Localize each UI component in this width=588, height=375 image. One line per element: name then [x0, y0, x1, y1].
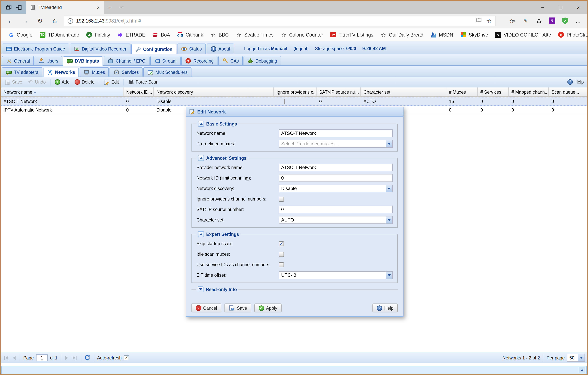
column-network-name[interactable]: Network name — [1, 87, 124, 96]
bookmark-citibank[interactable]: citiCitibank — [174, 30, 207, 40]
tab-cas[interactable]: CAs — [218, 56, 242, 65]
tab-dvr[interactable]: Digital Video Recorder — [70, 43, 130, 54]
expand-panel-button[interactable] — [579, 367, 585, 373]
tab-services[interactable]: Services — [110, 67, 143, 76]
close-button[interactable]: × — [569, 1, 587, 14]
network-name-input[interactable] — [279, 129, 393, 137]
bookmark-bbc[interactable]: ☆BBC — [207, 30, 232, 40]
network-id-input[interactable] — [279, 174, 393, 182]
column-scan-queue[interactable]: Scan queue... — [549, 87, 583, 96]
skip-startup-scan-checkbox[interactable]: ✓ — [279, 241, 284, 246]
save-button[interactable]: Save — [3, 78, 24, 86]
dropdown-trigger-icon[interactable] — [386, 185, 392, 192]
bookmark-calorie-counter[interactable]: ☆Calorie Counter — [277, 30, 327, 40]
tab-configuration[interactable]: Configuration — [131, 44, 176, 54]
dialog-save-button[interactable]: Save — [224, 303, 251, 312]
add-favorite-star-icon[interactable]: ☆ — [487, 18, 492, 24]
bookmark-etrade[interactable]: ✱ETRADE — [114, 30, 149, 40]
bookmark-photoclass[interactable]: PhotoClass — [555, 30, 588, 40]
tab-mux-schedulers[interactable]: Mux Schedulers — [144, 67, 191, 76]
dropdown-trigger-icon[interactable] — [386, 272, 392, 279]
column-muxes[interactable]: # Muxes — [446, 87, 478, 96]
logout-link[interactable]: (logout) — [294, 46, 309, 51]
home-icon[interactable]: ⌂ — [47, 15, 62, 27]
column-mapped-channels[interactable]: # Mapped chann... — [509, 87, 549, 96]
tab-list-menu-button[interactable] — [116, 1, 126, 14]
force-scan-button[interactable]: Force Scan — [126, 78, 160, 86]
collapse-toggle-icon[interactable] — [198, 231, 204, 237]
tab-muxes[interactable]: Muxes — [80, 67, 109, 76]
reading-view-icon[interactable] — [476, 17, 482, 24]
refresh-icon[interactable]: ↻ — [33, 15, 47, 27]
forward-icon[interactable]: → — [18, 15, 33, 27]
satip-source-input[interactable] — [279, 205, 393, 213]
tab-epg[interactable]: Electronic Program Guide — [2, 43, 69, 54]
dialog-titlebar[interactable]: Edit Network — [186, 107, 403, 117]
bookmark-titantv[interactable]: TVTitanTV Listings — [327, 30, 377, 40]
last-page-icon[interactable] — [72, 356, 78, 360]
collapse-toggle-icon[interactable] — [198, 155, 204, 161]
share-icon[interactable] — [532, 15, 545, 27]
tab-dvb-inputs[interactable]: DVB Inputs — [63, 56, 103, 66]
ignore-provider-checkbox[interactable] — [279, 196, 284, 202]
bookmark-google[interactable]: GGoogle — [5, 30, 36, 40]
cancel-button[interactable]: ×Cancel — [191, 303, 221, 312]
idle-scan-muxes-checkbox[interactable] — [279, 252, 284, 257]
new-tab-button[interactable]: + — [104, 1, 116, 14]
tab-recording[interactable]: Recording — [181, 56, 218, 65]
refresh-grid-icon[interactable] — [84, 354, 91, 361]
add-button[interactable]: +Add — [53, 78, 71, 86]
bookmark-our-daily-bread[interactable]: ☆Our Daily Bread — [377, 30, 427, 40]
expand-toggle-icon[interactable] — [198, 286, 203, 292]
tab-status[interactable]: Status — [177, 43, 206, 54]
collapse-toggle-icon[interactable] — [198, 121, 204, 127]
browser-tab[interactable]: Tvheadend × — [26, 1, 104, 14]
address-bar[interactable]: i 192.168.2.43:9981/extjs.html# ☆ — [64, 16, 495, 26]
tab-tv-adapters[interactable]: TV adapters — [2, 67, 42, 76]
prev-page-icon[interactable] — [12, 356, 17, 360]
column-services[interactable]: # Services — [478, 87, 509, 96]
onenote-extension-icon[interactable]: N — [545, 15, 558, 27]
tab-about[interactable]: iAbout — [206, 43, 234, 54]
set-tabs-aside-icon[interactable] — [16, 4, 22, 11]
bookmark-seattle-times[interactable]: ☆Seattle Times — [232, 30, 277, 40]
delete-button[interactable]: −Delete — [73, 78, 96, 86]
first-page-icon[interactable] — [3, 356, 9, 360]
bookmark-boa[interactable]: BoA — [149, 30, 173, 40]
dropdown-trigger-icon[interactable] — [578, 354, 585, 361]
eit-time-offset-select[interactable]: UTC- 8 — [279, 271, 393, 279]
dropdown-trigger-icon[interactable] — [386, 216, 392, 224]
help-button[interactable]: ?Help — [566, 78, 585, 86]
network-discovery-select[interactable]: Disable — [279, 185, 393, 192]
tab-users[interactable]: Users — [35, 56, 62, 65]
back-icon[interactable]: ← — [3, 15, 18, 27]
tab-stream[interactable]: Stream — [150, 56, 180, 65]
settings-more-icon[interactable]: … — [572, 15, 585, 27]
page-number-input[interactable] — [36, 354, 48, 361]
provider-network-name-input[interactable] — [279, 164, 393, 171]
site-info-icon[interactable]: i — [68, 18, 73, 23]
column-network-id[interactable]: Network ID... — [124, 87, 154, 96]
row-checkbox[interactable] — [284, 99, 285, 104]
predefined-muxes-select[interactable]: Select Pre-defined muxes ... — [279, 140, 393, 148]
table-row[interactable]: ATSC-T Network 0 Disable 0 AUTO 16 0 0 0 — [1, 97, 587, 106]
service-ids-checkbox[interactable] — [279, 262, 284, 267]
tab-debugging[interactable]: Debugging — [243, 56, 281, 65]
bookmark-video-copilot[interactable]: VVIDEO COPILOT Afte — [492, 30, 555, 40]
column-ignore-provider[interactable]: Ignore provider's c... — [274, 87, 316, 96]
tab-networks[interactable]: Networks — [43, 68, 79, 77]
tab-preview-icon[interactable] — [5, 4, 12, 11]
security-shield-icon[interactable]: ✓ — [558, 15, 572, 27]
tab-general[interactable]: General — [2, 56, 34, 65]
favorites-hub-icon[interactable]: ☆≡ — [506, 15, 519, 27]
maximize-button[interactable] — [551, 1, 569, 14]
bookmark-td-ameritrade[interactable]: TDTD Ameritrade — [36, 30, 83, 40]
url-text[interactable]: 192.168.2.43:9981/extjs.html# — [76, 18, 141, 23]
dialog-help-button[interactable]: ?Help — [373, 303, 398, 312]
apply-button[interactable]: ✓Apply — [254, 303, 282, 312]
bookmark-fidelity[interactable]: Fidelity — [83, 30, 114, 40]
bookmark-skydrive[interactable]: SkyDrive — [457, 30, 492, 40]
tab-close-icon[interactable]: × — [96, 4, 101, 10]
edit-button[interactable]: Edit — [102, 78, 121, 86]
undo-button[interactable]: ↶Undo — [26, 78, 47, 86]
